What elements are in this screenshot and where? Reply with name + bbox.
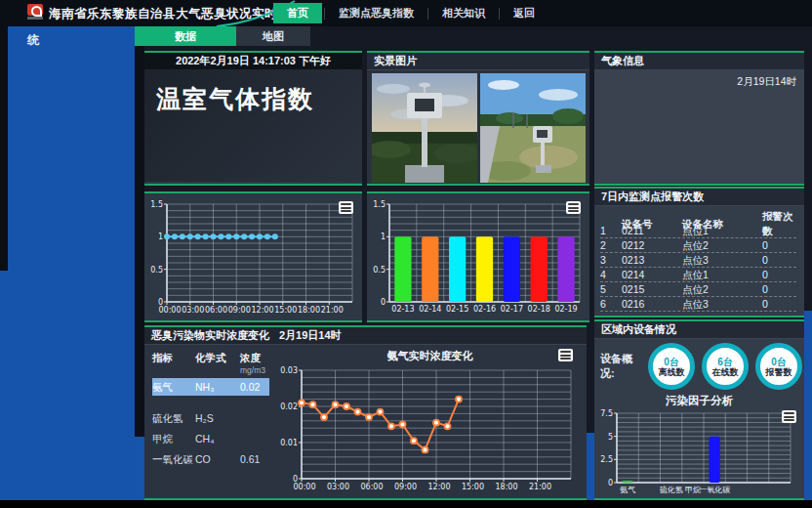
panel-title: 恶臭污染物实时浓度变化: [151, 327, 269, 344]
nav-menu: 首页 监测点恶臭指数 相关知识 返回: [273, 4, 547, 22]
chart-toolbox-icon[interactable]: [339, 201, 353, 214]
svg-text:0: 0: [608, 479, 613, 487]
svg-text:5: 5: [608, 433, 613, 442]
datetime-banner: 2022年2月19日 14:17:03 下午好: [144, 53, 362, 69]
panel-title: 区域内设备情况: [594, 321, 804, 339]
unit-label: mg/m3: [240, 365, 273, 375]
svg-text:一氧化碳: 一氧化碳: [699, 486, 730, 494]
table-row: 20212点位20: [600, 238, 796, 253]
background-bottom-left: [0, 437, 144, 500]
svg-text:1: 1: [381, 233, 386, 241]
nav-separator: [324, 8, 325, 20]
site-photo-day: [480, 73, 586, 183]
table-row: 50215点位20: [600, 282, 796, 297]
chart-toolbox-icon[interactable]: [558, 349, 573, 361]
svg-text:02-13: 02-13: [391, 305, 414, 314]
alarm-table: 设备号 设备名称 报警次数 10211点位1020212点位2030213点位3…: [594, 206, 804, 312]
svg-text:0.5: 0.5: [150, 266, 163, 275]
greeting-panel: 2022年2月19日 14:17:03 下午好 温室气体指数: [144, 51, 362, 186]
sidebar-edge: [0, 26, 8, 271]
svg-text:02-17: 02-17: [501, 305, 523, 314]
sidebar: [0, 26, 135, 500]
offline-count-badge: 0台 离线数: [648, 343, 695, 390]
weather-timestamp: 2月19日14时: [737, 75, 796, 89]
svg-text:06:00: 06:00: [205, 306, 227, 315]
pollutant-row[interactable]: 氨气NH₃0.02: [152, 378, 269, 396]
app-logo-icon: [25, 4, 45, 22]
svg-text:氨气: 氨气: [620, 486, 635, 494]
nav-item-knowledge[interactable]: 相关知识: [430, 3, 497, 23]
svg-text:2.5: 2.5: [600, 455, 613, 464]
nav-item-odor-index[interactable]: 监测点恶臭指数: [327, 3, 426, 23]
nav-item-home[interactable]: 首页: [273, 3, 322, 23]
table-row: 60216点位30: [600, 297, 796, 312]
greenhouse-headline-area: 温室气体指数: [144, 69, 362, 182]
nh3-chart-area: 氨气实时浓度变化 00.010.020.0300:0003:0006:0009:…: [273, 345, 587, 496]
svg-text:02-15: 02-15: [446, 305, 468, 314]
panel-timestamp: 2月19日14时: [279, 327, 342, 344]
svg-text:0: 0: [381, 298, 386, 307]
svg-text:02-14: 02-14: [419, 305, 441, 314]
tab-data[interactable]: 数据: [135, 26, 236, 46]
background-right-edge: [804, 311, 812, 500]
svg-text:1.5: 1.5: [150, 200, 163, 209]
svg-text:03:00: 03:00: [182, 306, 204, 315]
svg-text:0.03: 0.03: [280, 366, 298, 375]
svg-text:21:00: 21:00: [529, 483, 551, 491]
greenhouse-hourly-chart: 00.511.500:0003:0006:0009:0012:0015:0018…: [144, 193, 362, 321]
table-row: 30213点位30: [600, 253, 796, 268]
nh3-realtime-chart: 00.010.020.0300:0003:0006:0009:0012:0015…: [275, 365, 587, 497]
panel-title: 气象信息: [594, 53, 804, 70]
svg-text:1: 1: [158, 233, 163, 241]
site-photo-dusk: [372, 73, 477, 183]
alarm-table-header: 设备号 设备名称 报警次数: [600, 209, 796, 224]
factor-chart-area: 02.557.5氨气硫化氢甲烷一氧化碳: [594, 408, 804, 498]
online-count-badge: 6台 在线数: [702, 343, 749, 390]
top-navbar: 海南省乐东黎族自治县大气恶臭状况实时发布系 首页 监测点恶臭指数 相关知识 返回: [0, 0, 812, 26]
svg-text:09:00: 09:00: [228, 306, 251, 315]
view-tabs: 数据 地图: [135, 26, 310, 46]
svg-text:1.5: 1.5: [373, 200, 386, 209]
pollutant-table-header: 指标 化学式 浓度mg/m3: [152, 352, 269, 375]
chart-toolbox-icon[interactable]: [782, 410, 796, 423]
svg-text:15:00: 15:00: [462, 483, 484, 491]
site-photos-panel: 实景图片: [367, 51, 589, 186]
svg-text:0.01: 0.01: [280, 439, 298, 447]
chart-toolbox-icon[interactable]: [566, 201, 581, 214]
pollutant-row[interactable]: 甲烷CH₄: [152, 430, 269, 447]
svg-text:06:00: 06:00: [360, 483, 383, 491]
svg-text:12:00: 12:00: [427, 483, 450, 491]
svg-text:00:00: 00:00: [293, 483, 315, 491]
nav-separator: [427, 8, 428, 20]
weather-body: 2月19日14时: [594, 70, 804, 180]
svg-text:02-18: 02-18: [528, 305, 550, 314]
nav-item-back[interactable]: 返回: [502, 3, 547, 23]
pollutant-table-body: 氨气NH₃0.02硫化氢H₂S甲烷CH₄一氧化碳CO0.61: [152, 378, 269, 468]
panel-title: 7日内监测点报警次数: [594, 189, 804, 206]
photo-strip: [367, 70, 589, 186]
sidebar-content-gap: [135, 26, 144, 437]
svg-text:02-16: 02-16: [473, 305, 496, 314]
background-column-gap: [587, 433, 594, 500]
nav-separator: [499, 8, 500, 20]
svg-text:18:00: 18:00: [298, 306, 320, 315]
device-overview-row: 设备概况: 0台 离线数 6台 在线数 0台 报警数: [594, 339, 804, 390]
table-row: 10211点位10: [600, 224, 796, 238]
tab-map[interactable]: 地图: [236, 26, 310, 46]
panel-title-row: 恶臭污染物实时浓度变化 2月19日14时: [144, 327, 587, 345]
greenhouse-daily-chart: 00.511.502-1302-1402-1502-1602-1702-1802…: [367, 193, 589, 321]
svg-text:0.02: 0.02: [280, 402, 298, 411]
svg-text:7.5: 7.5: [600, 409, 613, 418]
svg-text:12:00: 12:00: [251, 306, 273, 315]
chart-title: 氨气实时浓度变化: [273, 349, 587, 363]
alarm-table-body: 10211点位1020212点位2030213点位3040214点位105021…: [600, 224, 796, 312]
pollutant-row[interactable]: 一氧化碳CO0.61: [152, 450, 269, 468]
col-concentration: 浓度mg/m3: [240, 352, 273, 375]
svg-text:硫化氢: 硫化氢: [660, 486, 683, 494]
pollutant-row[interactable]: 硫化氢H₂S: [152, 409, 269, 427]
device-overview-label: 设备概况:: [600, 352, 641, 381]
svg-text:02-19: 02-19: [554, 305, 577, 314]
dashboard-app: 统 海南省乐东黎族自治县大气恶臭状况实时发布系 首页 监测点恶臭指数 相关知识 …: [0, 0, 812, 508]
svg-text:09:00: 09:00: [394, 483, 417, 491]
pollution-factor-chart: 02.557.5氨气硫化氢甲烷一氧化碳: [596, 408, 804, 498]
